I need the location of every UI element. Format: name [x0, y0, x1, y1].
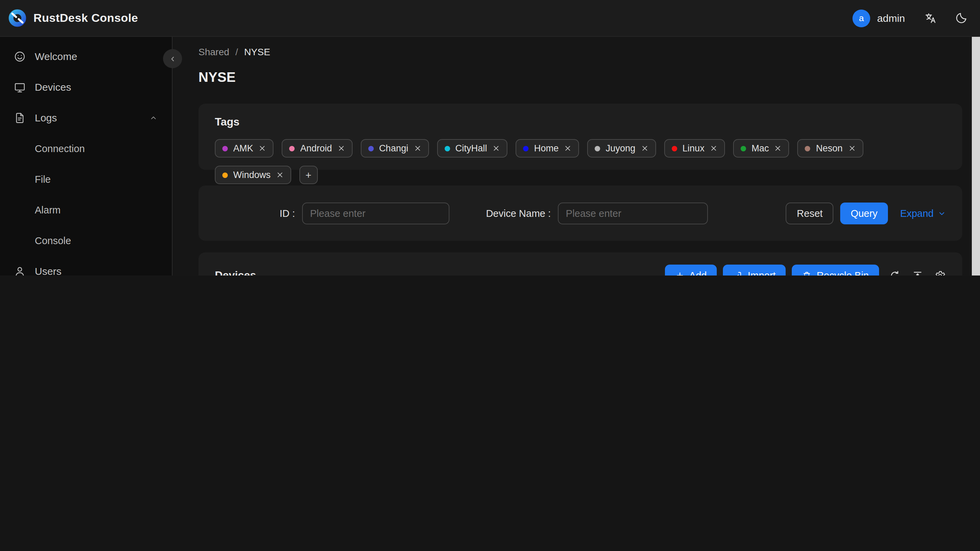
sidebar-item-logs[interactable]: Logs: [7, 102, 165, 133]
tag-color-dot: [805, 146, 811, 151]
tag-chip-android: Android: [282, 139, 353, 158]
tag-chip-cityhall: CityHall: [437, 139, 508, 158]
tag-chip-juyong: Juyong: [587, 139, 656, 158]
smiley-icon: [14, 50, 26, 62]
device-name-label: Device Name :: [486, 208, 551, 218]
breadcrumb-current: NYSE: [244, 46, 270, 57]
sidebar-item-console[interactable]: Console: [0, 225, 172, 256]
recycle-bin-button[interactable]: Recycle Bin: [792, 264, 879, 276]
avatar[interactable]: a: [853, 9, 870, 27]
monitor-icon: [14, 81, 26, 93]
expand-link[interactable]: Expand: [900, 208, 946, 218]
tag-remove-icon[interactable]: [775, 145, 782, 152]
tag-color-dot: [222, 146, 228, 151]
filter-fields: ID : Device Name :: [280, 202, 708, 224]
breadcrumb: Shared / NYSE: [199, 45, 962, 59]
translate-icon[interactable]: [924, 11, 937, 25]
tag-color-dot: [523, 146, 528, 151]
filter-actions: Reset Query Expand: [786, 202, 946, 224]
refresh-icon[interactable]: [889, 270, 901, 276]
devices-card-header: Devices Add Import Recycle B: [215, 263, 946, 276]
import-button[interactable]: Import: [723, 264, 786, 276]
sidebar-collapse-button[interactable]: [163, 49, 182, 68]
breadcrumb-shared[interactable]: Shared: [199, 46, 229, 57]
page-title: NYSE: [199, 67, 962, 87]
chevron-up-icon: [149, 113, 158, 123]
sidebar: Welcome Devices Logs Connection File Ala…: [0, 37, 173, 276]
tag-color-dot: [368, 146, 374, 151]
sidebar-item-alarm[interactable]: Alarm: [0, 194, 172, 225]
sidebar-item-users[interactable]: Users: [7, 256, 165, 276]
sidebar-item-devices[interactable]: Devices: [7, 72, 165, 102]
tag-color-dot: [595, 146, 600, 151]
document-icon: [14, 111, 26, 124]
main-content: Shared / NYSE NYSE Tags AMK Android Chan…: [173, 37, 972, 276]
tag-chip-windows: Windows: [215, 166, 291, 184]
tag-chip-linux: Linux: [664, 139, 725, 158]
tag-color-dot: [444, 146, 450, 151]
tag-remove-icon[interactable]: [337, 145, 345, 152]
query-button[interactable]: Query: [840, 202, 888, 224]
reset-button[interactable]: Reset: [786, 202, 834, 224]
sidebar-item-file[interactable]: File: [0, 164, 172, 194]
device-name-filter-group: Device Name :: [486, 202, 708, 224]
tag-remove-icon[interactable]: [710, 145, 718, 152]
user-area: a admin: [853, 9, 968, 27]
vertical-scrollbar[interactable]: [972, 37, 980, 276]
brand: RustDesk Console: [8, 9, 138, 27]
import-icon: [733, 271, 743, 276]
tag-color-dot: [671, 146, 677, 151]
id-filter-group: ID :: [280, 202, 449, 224]
tag-chip-changi: Changi: [361, 139, 429, 158]
devices-card: Devices Add Import Recycle B: [199, 252, 962, 276]
devices-card-title: Devices: [215, 268, 256, 276]
tag-remove-icon[interactable]: [276, 171, 284, 179]
tag-chip-home: Home: [515, 139, 579, 158]
tag-remove-icon[interactable]: [259, 145, 266, 152]
tags-card: Tags AMK Android Changi CityHall Home: [199, 104, 962, 170]
add-button[interactable]: Add: [665, 264, 717, 276]
sidebar-item-connection[interactable]: Connection: [0, 133, 172, 164]
breadcrumb-separator: /: [235, 46, 238, 57]
tag-chip-mac: Mac: [733, 139, 789, 158]
filter-card: ID : Device Name : Reset Query Expand: [199, 185, 962, 241]
devices-toolbar: Add Import Recycle Bin: [665, 264, 946, 276]
id-label: ID :: [280, 208, 295, 218]
device-name-input[interactable]: [557, 202, 708, 224]
add-tag-button[interactable]: +: [299, 166, 318, 184]
plus-icon: [675, 271, 684, 276]
table-settings-gear-icon[interactable]: [934, 270, 946, 276]
column-height-icon[interactable]: [912, 270, 923, 276]
rustdesk-logo-icon: [8, 9, 27, 27]
tag-remove-icon[interactable]: [414, 145, 421, 152]
username[interactable]: admin: [877, 12, 905, 24]
tag-remove-icon[interactable]: [492, 145, 500, 152]
tag-remove-icon[interactable]: [641, 145, 648, 152]
tag-color-dot: [222, 172, 228, 178]
tag-color-dot: [741, 146, 746, 151]
app-title: RustDesk Console: [33, 11, 138, 25]
tag-chip-neson: Neson: [797, 139, 863, 158]
top-header: RustDesk Console a admin: [0, 0, 980, 37]
tags-list: AMK Android Changi CityHall Home Juyong: [215, 139, 946, 184]
user-icon: [14, 265, 26, 276]
tag-chip-amk: AMK: [215, 139, 274, 158]
tags-card-title: Tags: [215, 115, 946, 129]
tag-remove-icon[interactable]: [564, 145, 571, 152]
sidebar-nav: Welcome Devices Logs Connection File Ala…: [0, 37, 172, 276]
trash-icon: [802, 271, 812, 276]
expand-label: Expand: [900, 208, 934, 218]
theme-toggle-moon-icon[interactable]: [955, 11, 968, 25]
sidebar-item-welcome[interactable]: Welcome: [7, 41, 165, 72]
tag-remove-icon[interactable]: [848, 145, 856, 152]
chevron-down-icon: [938, 209, 946, 217]
app-root: RustDesk Console a admin Welcome Devices: [0, 0, 980, 276]
id-input[interactable]: [302, 202, 449, 224]
tag-color-dot: [290, 146, 295, 151]
